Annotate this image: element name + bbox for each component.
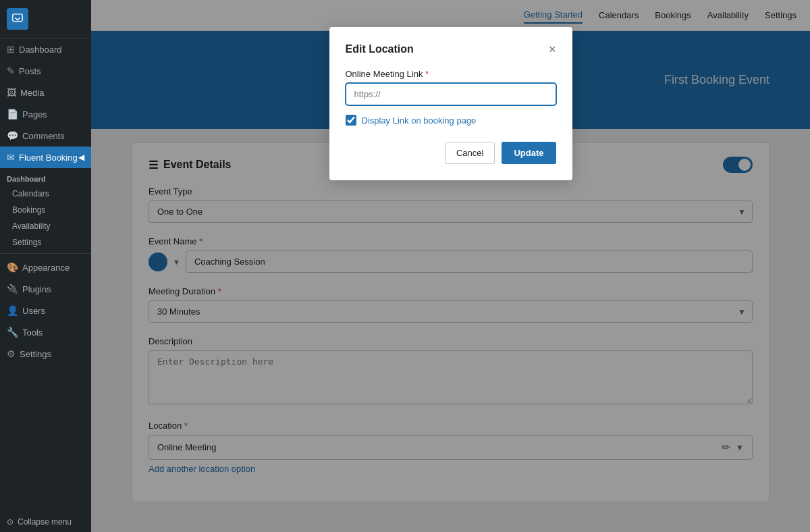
modal-required-marker: * — [425, 69, 429, 79]
sidebar-sub-bookings[interactable]: Bookings — [0, 202, 91, 218]
edit-location-modal: Edit Location × Online Meeting Link * Di… — [329, 27, 572, 180]
modal-footer: Cancel Update — [346, 142, 556, 164]
display-link-checkbox[interactable] — [346, 115, 356, 126]
collapse-icon: ⊙ — [7, 517, 14, 527]
main-content: Getting Started Calendars Bookings Avail… — [91, 0, 810, 532]
cancel-button[interactable]: Cancel — [445, 142, 495, 164]
update-button[interactable]: Update — [502, 142, 556, 164]
modal-close-button[interactable]: × — [549, 43, 556, 55]
sidebar-item-pages[interactable]: 📄 Pages — [0, 103, 91, 125]
tools-icon: 🔧 — [7, 327, 18, 338]
display-link-label[interactable]: Display Link on booking page — [362, 115, 477, 126]
plugins-icon: 🔌 — [7, 284, 18, 294]
appearance-icon: 🎨 — [7, 262, 18, 273]
sidebar-item-fluent-booking[interactable]: ✉ Fluent Booking ◀ — [0, 147, 91, 168]
settings-icon: ⚙ — [7, 348, 16, 359]
sidebar-sub-calendars[interactable]: Calendars — [0, 186, 91, 202]
collapse-menu-button[interactable]: ⊙ Collapse menu — [0, 512, 91, 532]
collapse-arrow-icon: ◀ — [78, 153, 84, 162]
sidebar-divider — [0, 253, 91, 254]
sidebar-item-comments[interactable]: 💬 Comments — [0, 125, 91, 147]
users-icon: 👤 — [7, 305, 18, 316]
sidebar-item-appearance[interactable]: 🎨 Appearance — [0, 257, 91, 278]
sidebar-item-media[interactable]: 🖼 Media — [0, 82, 91, 103]
sidebar-item-tools[interactable]: 🔧 Tools — [0, 321, 91, 343]
modal-field-label: Online Meeting Link * — [346, 69, 556, 79]
modal-header: Edit Location × — [346, 43, 556, 55]
modal-checkbox-row: Display Link on booking page — [346, 115, 556, 126]
comments-icon: 💬 — [7, 130, 18, 141]
sidebar: ⊞ Dashboard ✎ Posts 🖼 Media 📄 Pages 💬 Co… — [0, 0, 91, 532]
sidebar-item-posts[interactable]: ✎ Posts — [0, 60, 91, 82]
fluent-booking-icon: ✉ — [7, 152, 15, 163]
sidebar-item-dashboard[interactable]: ⊞ Dashboard — [0, 38, 91, 60]
posts-icon: ✎ — [7, 65, 15, 76]
logo-icon — [7, 8, 28, 30]
sidebar-sub-availability[interactable]: Availability — [0, 218, 91, 234]
dashboard-icon: ⊞ — [7, 44, 15, 55]
modal-title: Edit Location — [346, 43, 414, 55]
sidebar-logo — [0, 0, 91, 38]
pages-icon: 📄 — [7, 109, 18, 119]
sidebar-sub-settings[interactable]: Settings — [0, 234, 91, 250]
sidebar-item-users[interactable]: 👤 Users — [0, 300, 91, 321]
meeting-link-input[interactable] — [346, 83, 556, 105]
media-icon: 🖼 — [7, 87, 16, 98]
fluent-booking-section: Dashboard — [0, 168, 91, 186]
sidebar-item-settings[interactable]: ⚙ Settings — [0, 343, 91, 365]
sidebar-item-plugins[interactable]: 🔌 Plugins — [0, 278, 91, 300]
modal-overlay: Edit Location × Online Meeting Link * Di… — [91, 0, 810, 532]
